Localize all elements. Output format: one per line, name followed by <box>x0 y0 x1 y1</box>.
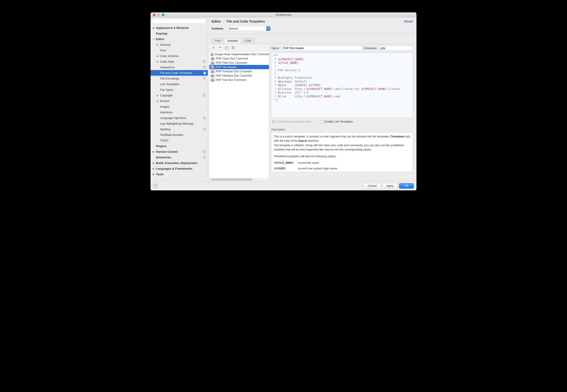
sidebar-item-label: Tools <box>156 173 164 176</box>
var-desc: current user system login name <box>298 166 341 171</box>
sidebar-item[interactable]: Spelling <box>151 126 208 132</box>
sidebar-item-label: Intentions <box>160 111 173 114</box>
var-desc: current file name <box>298 160 341 166</box>
sidebar-item[interactable]: ▶Emmet <box>151 98 208 104</box>
reformat-checkbox-input <box>272 120 275 123</box>
sidebar-item-label: Directories <box>156 156 171 159</box>
sidebar-item[interactable]: ▶Languages & Frameworks <box>151 166 208 171</box>
splitter-handle-icon[interactable]: :::::: <box>339 125 345 127</box>
project-scope-icon <box>203 156 206 159</box>
help-icon[interactable]: ? <box>153 184 158 188</box>
sidebar-item[interactable]: TODO <box>151 138 208 143</box>
sidebar-item-label: TextMate Bundles <box>160 133 183 137</box>
svg-rect-7 <box>204 78 206 80</box>
sidebar-item[interactable]: ▶Copyright <box>151 93 208 98</box>
chevron-updown-icon: ▲▼ <box>266 26 270 31</box>
project-scope-icon <box>203 66 206 69</box>
tab[interactable]: Files <box>212 38 224 44</box>
add-icon[interactable]: + <box>212 46 215 50</box>
template-row[interactable]: phpPHP File Header <box>209 65 269 69</box>
sidebar-item[interactable]: Inspections <box>151 64 208 70</box>
refresh-icon[interactable] <box>231 46 235 50</box>
project-scope-icon <box>203 77 206 80</box>
sidebar-item[interactable]: File and Code Templates <box>151 70 208 76</box>
sidebar-item-label: Spelling <box>160 127 170 131</box>
sidebar-item[interactable]: TextMate Bundles <box>151 132 208 138</box>
sidebar-item-label: File and Code Templates <box>160 71 192 75</box>
project-scope-icon <box>203 60 206 63</box>
search-input[interactable] <box>152 19 206 24</box>
cancel-button[interactable]: Cancel <box>364 183 380 189</box>
sidebar-item[interactable]: ▶Tools <box>151 171 208 177</box>
sidebar-item[interactable]: ▼Editor <box>151 36 208 42</box>
template-row[interactable]: phpDrupal Hook Implementation Doc Commen… <box>209 52 269 56</box>
sidebar-item[interactable]: File Types <box>151 87 208 93</box>
sidebar-item-label: Version Control <box>156 150 178 154</box>
sidebar-item[interactable]: ▶Build, Execution, Deployment <box>151 160 208 166</box>
horizontal-scrollbar[interactable] <box>209 178 269 181</box>
sidebar-item[interactable]: Keymap <box>151 31 208 36</box>
chevron-right-icon: ▶ <box>152 168 155 170</box>
sidebar-item[interactable]: ▶General <box>151 42 208 48</box>
template-label: PHP File Header <box>216 66 237 69</box>
name-input[interactable] <box>282 46 362 51</box>
sidebar-item[interactable]: ▶Code Style <box>151 59 208 64</box>
template-code-editor[interactable]: /** * ${PROJECT_NAME} * ${FILE_NAME} * *… <box>271 53 413 118</box>
chevron-right-icon: ▶ <box>152 151 155 153</box>
live-templates-checkbox[interactable]: Enable Live Templates <box>320 120 353 123</box>
template-row[interactable]: phpPHP Interface Doc Comment <box>209 73 269 78</box>
minimize-icon[interactable] <box>157 14 160 16</box>
sidebar-item[interactable]: ▶Version Control <box>151 149 208 154</box>
project-scope-icon <box>203 116 206 120</box>
name-label: Name: <box>271 47 280 50</box>
sidebar-item-label: Plugins <box>156 144 167 148</box>
extension-input[interactable] <box>379 46 413 51</box>
preferences-window: Preferences 🔍 ▾ ▶Appearance & BehaviorKe… <box>151 12 416 190</box>
sidebar-item-label: Language Injections <box>160 116 186 120</box>
template-row[interactable]: phpPHP Field Doc Comment <box>209 61 269 65</box>
chevron-right-icon: ▶ <box>152 173 155 176</box>
sidebar-item[interactable]: Log Highlighting (Ideolog) <box>151 121 208 126</box>
sidebar-item-label: Emmet <box>160 99 169 103</box>
sidebar-item[interactable]: Directories <box>151 154 208 160</box>
zoom-icon[interactable] <box>162 14 165 16</box>
sidebar-item[interactable]: Plugins <box>151 143 208 149</box>
breadcrumb-seg: File and Code Templates <box>227 20 265 23</box>
tabbar: FilesIncludesCode <box>212 38 255 44</box>
sidebar-item[interactable]: ▶Appearance & Behavior <box>151 25 208 31</box>
chevron-down-icon: ▼ <box>152 38 155 40</box>
template-list[interactable]: phpDrupal Hook Implementation Doc Commen… <box>209 52 269 178</box>
breadcrumb: Editor › File and Code Templates Reset <box>212 20 413 23</box>
sidebar-item[interactable]: ▶Color Scheme <box>151 53 208 59</box>
sidebar-item[interactable]: File Encodings <box>151 76 208 81</box>
sidebar-item[interactable]: Language Injections <box>151 115 208 121</box>
sidebar-item[interactable]: Intentions <box>151 110 208 115</box>
live-templates-checkbox-input[interactable] <box>320 120 323 123</box>
close-icon[interactable] <box>153 14 156 16</box>
ok-button[interactable]: OK <box>399 183 414 189</box>
template-row[interactable]: phpPHP Function Doc Comment <box>209 69 269 73</box>
tab[interactable]: Code <box>241 38 255 44</box>
window-title: Preferences <box>151 13 416 16</box>
dialog-footer: ? Cancel Apply OK <box>151 181 416 190</box>
remove-icon[interactable]: − <box>218 46 222 49</box>
template-row[interactable]: phpPHP Class Doc Comment <box>209 56 269 61</box>
php-file-icon: php <box>211 70 214 73</box>
php-file-icon: php <box>211 74 214 77</box>
svg-rect-3 <box>204 67 206 69</box>
copy-icon[interactable] <box>225 46 228 50</box>
template-row[interactable]: phpPHP Trait Doc Comment <box>209 78 269 82</box>
sidebar-item-label: Appearance & Behavior <box>156 26 189 29</box>
scheme-value: Default <box>228 27 238 30</box>
reset-link[interactable]: Reset <box>404 20 413 23</box>
sidebar-item[interactable]: Live Templates <box>151 81 208 87</box>
sidebar-item[interactable]: Font <box>151 48 208 53</box>
sidebar-item[interactable]: Images <box>151 104 208 110</box>
scheme-select[interactable]: Default ▲▼ <box>227 26 270 31</box>
settings-tree[interactable]: ▶Appearance & BehaviorKeymap▼Editor▶Gene… <box>151 25 208 181</box>
chevron-right-icon: ▶ <box>152 27 155 29</box>
apply-button[interactable]: Apply <box>383 183 397 189</box>
sidebar-item-label: Copyright <box>160 94 173 97</box>
titlebar: Preferences <box>151 12 416 17</box>
tab[interactable]: Includes <box>224 38 241 44</box>
